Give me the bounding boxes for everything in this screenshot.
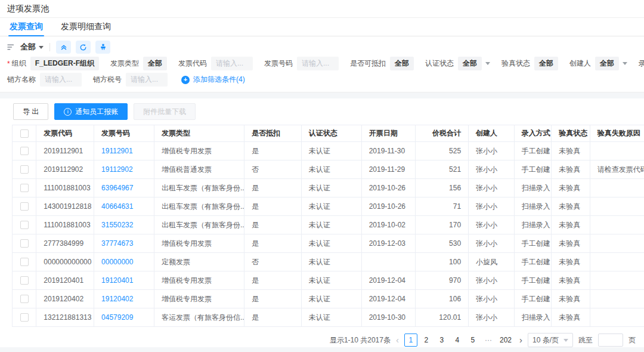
cell-number[interactable]: 00000000 <box>94 253 154 271</box>
cell-creator: 张小小 <box>469 271 515 290</box>
page-ellipsis: ··· <box>482 334 495 347</box>
cell-deductible: 否 <box>244 160 302 179</box>
next-page-button[interactable]: › <box>519 334 522 346</box>
filter-scheme-select[interactable]: 全部 <box>20 42 44 53</box>
filter-text-input[interactable]: 请输入... <box>211 57 253 70</box>
cell-number[interactable]: 19120401 <box>94 271 154 290</box>
filter-value-chip[interactable]: F_LEDGER-F组织 <box>30 57 99 70</box>
cell-number[interactable]: 31550232 <box>94 216 154 234</box>
table-row: 13212188131304579209客运发票（有旅客身份信...是未认证20… <box>13 308 644 327</box>
row-checkbox-cell <box>13 197 36 216</box>
filter-text-input[interactable]: 请输入... <box>126 73 168 87</box>
page-number-2[interactable]: 2 <box>420 334 433 347</box>
cell-code: 2019120401 <box>36 271 94 290</box>
cell-number[interactable]: 63964967 <box>94 179 154 197</box>
filter-row2: 销方名称请输入...销方税号请输入... <box>7 73 179 87</box>
bottom-strip <box>0 347 644 352</box>
filter-label: 创建人 <box>569 58 591 69</box>
info-circle-icon: i <box>64 108 72 116</box>
export-button[interactable]: 导 出 <box>13 103 48 120</box>
cell-number[interactable]: 19112901 <box>94 142 154 160</box>
cell-entry: 手工创建 <box>514 160 552 179</box>
prev-page-button[interactable]: ‹ <box>396 334 399 346</box>
collapse-filters-button[interactable] <box>56 41 71 54</box>
cell-deductible: 是 <box>244 179 302 197</box>
filter-scheme-label: 全部 <box>20 42 36 53</box>
row-checkbox[interactable] <box>20 202 29 211</box>
cell-auth: 未认证 <box>301 308 361 327</box>
page-size-select[interactable]: 10 条/页 <box>528 333 573 347</box>
col-type: 发票类型 <box>154 125 244 142</box>
row-checkbox[interactable] <box>20 184 29 192</box>
cell-verify: 未验真 <box>552 271 590 290</box>
filter-toolbar: 全部 <box>7 39 637 55</box>
row-checkbox-cell <box>13 271 36 290</box>
cell-fail_reason <box>590 234 644 253</box>
jump-to-label: 跳至 <box>578 335 593 345</box>
cell-number[interactable]: 40664631 <box>94 197 154 216</box>
cell-auth: 未认证 <box>301 179 361 197</box>
notify-employee-button[interactable]: i 通知员工报账 <box>54 103 128 120</box>
cell-code: 132121881313 <box>36 308 94 327</box>
filter-row1: *组织F_LEDGER-F组织发票类型全部发票代码请输入...发票号码请输入..… <box>7 55 637 72</box>
row-checkbox[interactable] <box>20 165 29 174</box>
row-checkbox[interactable] <box>20 313 29 322</box>
cell-date: 2019-11-29 <box>361 160 416 179</box>
filter-entry-method: 录入方式全部 <box>639 57 644 70</box>
content-area: 导 出 i 通知员工报账 附件批量下载 发票代码发票号码发票类型是否抵扣认证状态… <box>0 98 644 347</box>
table-row: 201911290219112902增值税普通发票否未认证2019-11-295… <box>13 160 644 179</box>
filter-text-input[interactable]: 请输入... <box>40 73 82 87</box>
cell-amount: 170 <box>416 216 469 234</box>
row-checkbox[interactable] <box>20 221 29 229</box>
refresh-button[interactable] <box>76 41 91 54</box>
table-row: 277738499937774673增值税专用发票是未认证2019-12-035… <box>13 234 644 253</box>
row-checkbox[interactable] <box>20 147 29 155</box>
page-number-1[interactable]: 1 <box>404 334 417 347</box>
filter-text-input[interactable]: 请输入... <box>297 57 339 70</box>
jump-to-page-input[interactable] <box>598 334 623 347</box>
cell-number[interactable]: 04579209 <box>94 308 154 327</box>
tab-invoice-query[interactable]: 发票查询 <box>10 18 43 36</box>
chevron-down-icon[interactable] <box>485 62 490 65</box>
filter-value-chip[interactable]: 全部 <box>595 57 619 70</box>
filter-value-chip[interactable]: 全部 <box>143 57 167 70</box>
tab-invoice-detail-query[interactable]: 发票明细查询 <box>61 18 111 36</box>
cell-number[interactable]: 37774673 <box>94 234 154 253</box>
cell-amount: 120.01 <box>416 308 469 327</box>
cell-amount: 521 <box>416 160 469 179</box>
select-all-checkbox[interactable] <box>20 129 29 138</box>
row-checkbox[interactable] <box>20 258 29 266</box>
filter-row2-wrap: 销方名称请输入...销方税号请输入... + 添加筛选条件(4) <box>7 72 637 88</box>
clear-filters-button[interactable] <box>95 41 110 54</box>
cell-type: 增值税普通发票 <box>154 160 244 179</box>
add-filter-condition-link[interactable]: + 添加筛选条件(4) <box>181 75 245 85</box>
row-checkbox[interactable] <box>20 276 29 285</box>
cell-date: 2019-10-26 <box>361 197 416 216</box>
row-checkbox-cell <box>13 308 36 327</box>
filter-label: 发票代码 <box>178 58 207 69</box>
page-number-202[interactable]: 202 <box>497 334 514 347</box>
filter-label: 是否可抵扣 <box>350 58 386 69</box>
batch-download-button[interactable]: 附件批量下载 <box>134 103 196 120</box>
cell-type: 增值税专用发票 <box>154 234 244 253</box>
filter-value-chip[interactable]: 全部 <box>534 57 558 70</box>
cell-amount: 530 <box>416 234 469 253</box>
chevron-down-icon[interactable] <box>623 62 627 65</box>
invoice-table: 发票代码发票号码发票类型是否抵扣认证状态开票日期价税合计创建人录入方式验真状态验… <box>12 125 644 327</box>
row-checkbox-cell <box>13 290 36 308</box>
cell-number[interactable]: 19112902 <box>94 160 154 179</box>
cell-number[interactable]: 19120402 <box>94 290 154 308</box>
row-checkbox[interactable] <box>20 295 29 303</box>
page-number-3[interactable]: 3 <box>435 334 448 347</box>
row-checkbox-cell <box>13 234 36 253</box>
add-filter-condition-label: 添加筛选条件(4) <box>193 75 245 85</box>
row-checkbox[interactable] <box>20 239 29 248</box>
table-header-row: 发票代码发票号码发票类型是否抵扣认证状态开票日期价税合计创建人录入方式验真状态验… <box>13 125 644 142</box>
table-row: 11100188100363964967出租车发票（有旅客身份...是未认证20… <box>13 179 644 197</box>
cell-fail_reason: 请检查发票代码、号 <box>590 160 644 179</box>
page-number-4[interactable]: 4 <box>451 334 464 347</box>
row-checkbox-cell <box>13 216 36 234</box>
filter-value-chip[interactable]: 全部 <box>458 57 482 70</box>
page-number-5[interactable]: 5 <box>466 334 479 347</box>
filter-value-chip[interactable]: 全部 <box>390 57 414 70</box>
